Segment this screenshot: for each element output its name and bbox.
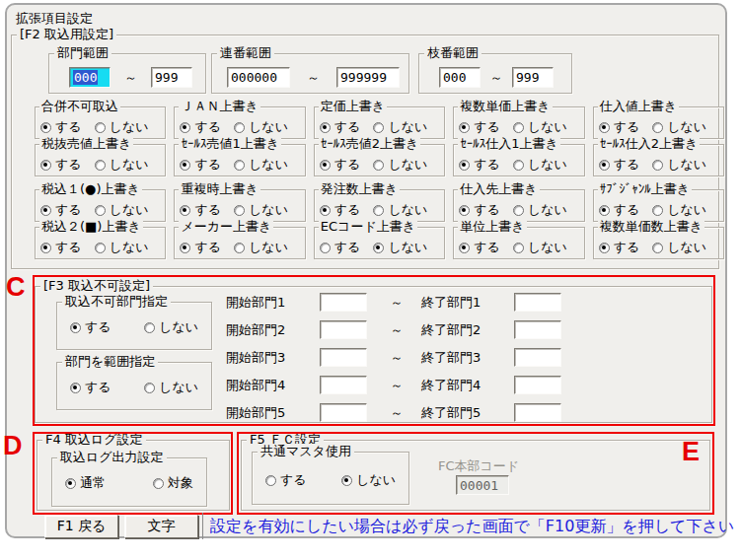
radio-option-off[interactable]: しない	[652, 239, 706, 256]
f3-row: 開始部門3 ～ 終了部門3	[7, 348, 725, 368]
radio-label: する	[194, 239, 221, 256]
f2-option-group: ECコード上書き する しない	[314, 227, 445, 259]
radio-option-on[interactable]: する	[40, 118, 82, 136]
radio-label: しない	[356, 471, 396, 489]
radio-label: する	[334, 118, 361, 136]
option-group-label: 単位上書き	[458, 219, 526, 234]
radio-option-off[interactable]: しない	[373, 156, 427, 174]
radio-option-off[interactable]: しない	[95, 201, 149, 219]
f2-option-group: ｾｰﾙｽ売値2上書き する しない	[314, 144, 445, 176]
radio-icon	[513, 205, 524, 216]
radio-option-on[interactable]: する	[265, 471, 307, 489]
radio-option-off[interactable]: しない	[234, 201, 288, 219]
radio-option-off[interactable]: しない	[513, 156, 567, 174]
radio-option-on[interactable]: する	[180, 201, 221, 219]
radio-icon	[234, 160, 245, 171]
radio-option-on[interactable]: する	[459, 118, 500, 136]
radio-icon	[652, 160, 663, 171]
serial-range-from-input[interactable]	[227, 67, 290, 88]
radio-label: しない	[249, 239, 288, 256]
branch-range-from-input[interactable]	[439, 67, 481, 88]
radio-icon	[459, 122, 470, 133]
end-dept-1-input[interactable]	[514, 293, 561, 312]
radio-option-off[interactable]: しない	[373, 239, 427, 256]
option-group-label: ｻﾌﾞｼﾞｬﾝﾙ上書き	[598, 181, 692, 196]
radio-icon	[95, 160, 106, 171]
radio-label: しない	[388, 201, 427, 219]
radio-option-off[interactable]: しない	[373, 201, 427, 219]
radio-option-on[interactable]: する	[599, 239, 640, 256]
dept-range-to-input[interactable]	[151, 67, 192, 88]
back-button[interactable]: F1 戻る	[44, 515, 118, 538]
radio-label: する	[614, 201, 640, 219]
radio-option-off[interactable]: しない	[95, 156, 149, 174]
f2-option-group: ｾｰﾙｽ売値1上書き する しない	[174, 144, 305, 176]
radio-option-on[interactable]: する	[180, 239, 221, 256]
radio-option-off[interactable]: しない	[341, 471, 396, 489]
radio-option-on[interactable]: する	[40, 239, 82, 256]
f2-option-group: 単位上書き する しない	[453, 227, 584, 259]
f2-option-group: 定価上書き する しない	[314, 106, 445, 139]
radio-option-on[interactable]: する	[180, 118, 221, 136]
radio-option-on[interactable]: する	[320, 239, 361, 256]
start-dept-1-input[interactable]	[320, 293, 367, 312]
radio-icon	[599, 122, 610, 133]
radio-option-off[interactable]: しない	[652, 118, 706, 136]
end-dept-label: 終了部門2	[421, 320, 481, 340]
option-group-label: ECコード上書き	[319, 219, 417, 234]
option-group-label: 税込１(●)上書き	[39, 181, 142, 196]
radio-option-on[interactable]: する	[599, 156, 640, 174]
row-tilde: ～	[385, 320, 408, 340]
f2-option-group: 税込１(●)上書き する しない	[35, 189, 166, 222]
end-dept-4-input[interactable]	[514, 376, 561, 394]
end-dept-2-input[interactable]	[514, 320, 561, 339]
end-dept-3-input[interactable]	[514, 348, 561, 367]
dept-range-from-input[interactable]: 000	[69, 67, 111, 88]
radio-option-on[interactable]: する	[459, 239, 500, 256]
radio-label: する	[194, 118, 221, 136]
radio-option-off[interactable]: しない	[513, 201, 567, 219]
radio-option-on[interactable]: する	[180, 156, 221, 174]
radio-option-normal[interactable]: 通常	[65, 474, 106, 492]
radio-option-off[interactable]: しない	[234, 118, 288, 136]
start-dept-4-input[interactable]	[320, 376, 367, 394]
radio-option-off[interactable]: しない	[652, 156, 706, 174]
f2-option-group: 複数単価数上書き する しない	[593, 227, 724, 259]
f3-row: 開始部門4 ～ 終了部門4	[7, 376, 725, 395]
range-tilde: ～	[124, 69, 137, 87]
serial-range-to-input[interactable]	[336, 67, 400, 88]
radio-option-on[interactable]: する	[320, 118, 361, 136]
radio-option-off[interactable]: しない	[652, 201, 706, 219]
radio-option-on[interactable]: する	[459, 156, 500, 174]
radio-option-target[interactable]: 対象	[153, 474, 193, 492]
radio-option-off[interactable]: しない	[234, 156, 288, 174]
radio-option-off[interactable]: しない	[513, 118, 567, 136]
radio-option-on[interactable]: する	[599, 118, 640, 136]
radio-option-off[interactable]: しない	[95, 239, 149, 256]
option-group-label: 仕入値上書き	[598, 99, 679, 113]
f2-option-group: 仕入先上書き する しない	[453, 189, 584, 222]
radio-option-on[interactable]: する	[40, 156, 82, 174]
radio-label: する	[334, 239, 361, 256]
radio-option-on[interactable]: する	[320, 156, 361, 174]
radio-label: する	[614, 156, 640, 174]
end-dept-5-input[interactable]	[514, 403, 561, 422]
radio-option-off[interactable]: しない	[373, 118, 427, 136]
start-dept-2-input[interactable]	[320, 320, 367, 339]
radio-icon	[652, 122, 663, 133]
radio-option-on[interactable]: する	[599, 201, 640, 219]
start-dept-5-input[interactable]	[320, 403, 367, 422]
radio-option-on[interactable]: する	[40, 201, 82, 219]
radio-option-on[interactable]: する	[320, 201, 361, 219]
radio-option-on[interactable]: する	[459, 201, 500, 219]
start-dept-3-input[interactable]	[320, 348, 367, 367]
start-dept-label: 開始部門5	[226, 403, 285, 423]
branch-range-to-input[interactable]	[512, 67, 554, 88]
option-group-label: ｾｰﾙｽ仕入2上書き	[598, 136, 701, 151]
radio-option-off[interactable]: しない	[234, 239, 288, 256]
radio-label: する	[474, 239, 500, 256]
radio-option-off[interactable]: しない	[95, 118, 149, 136]
radio-option-off[interactable]: しない	[513, 239, 567, 256]
char-button[interactable]: 文字	[124, 515, 198, 538]
branch-range-label: 枝番範囲	[424, 45, 481, 60]
